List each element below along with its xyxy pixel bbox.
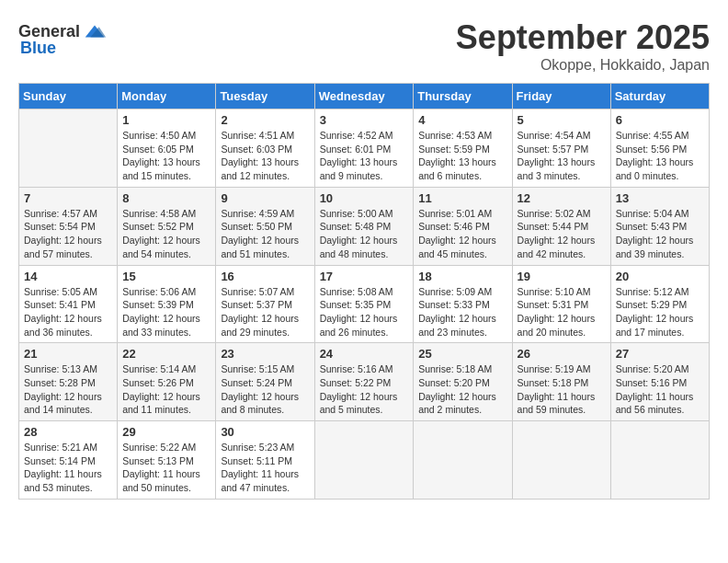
day-info: Sunrise: 5:18 AMSunset: 5:20 PMDaylight:…	[418, 362, 506, 417]
calendar-table: SundayMondayTuesdayWednesdayThursdayFrid…	[18, 83, 710, 500]
calendar-cell: 13Sunrise: 5:04 AMSunset: 5:43 PMDayligh…	[610, 187, 709, 265]
day-number: 16	[221, 270, 309, 283]
calendar-cell: 6Sunrise: 4:55 AMSunset: 5:56 PMDaylight…	[610, 109, 709, 188]
calendar-cell	[512, 421, 610, 500]
calendar-cell: 12Sunrise: 5:02 AMSunset: 5:44 PMDayligh…	[512, 187, 610, 265]
day-number: 23	[221, 347, 309, 361]
calendar-cell: 7Sunrise: 4:57 AMSunset: 5:54 PMDaylight…	[19, 187, 118, 265]
calendar-cell: 22Sunrise: 5:14 AMSunset: 5:26 PMDayligh…	[118, 343, 216, 421]
day-info: Sunrise: 4:55 AMSunset: 5:56 PMDaylight:…	[616, 129, 704, 183]
calendar-cell: 5Sunrise: 4:54 AMSunset: 5:57 PMDaylight…	[512, 109, 610, 188]
calendar-week-row: 7Sunrise: 4:57 AMSunset: 5:54 PMDaylight…	[19, 187, 710, 265]
day-info: Sunrise: 5:22 AMSunset: 5:13 PMDaylight:…	[122, 441, 210, 495]
calendar-cell: 4Sunrise: 4:53 AMSunset: 5:59 PMDaylight…	[414, 109, 512, 188]
day-number: 7	[24, 191, 112, 205]
page-header: General Blue September 2025 Okoppe, Hokk…	[18, 18, 710, 74]
calendar-cell: 8Sunrise: 4:58 AMSunset: 5:52 PMDaylight…	[118, 187, 216, 265]
day-info: Sunrise: 5:15 AMSunset: 5:24 PMDaylight:…	[221, 362, 309, 417]
day-number: 17	[320, 270, 409, 283]
day-number: 28	[24, 425, 112, 439]
day-number: 12	[518, 191, 606, 205]
day-number: 25	[418, 347, 506, 361]
day-info: Sunrise: 4:54 AMSunset: 5:57 PMDaylight:…	[518, 129, 606, 183]
calendar-cell	[314, 421, 414, 500]
calendar-cell: 18Sunrise: 5:09 AMSunset: 5:33 PMDayligh…	[414, 265, 512, 343]
day-number: 27	[616, 347, 704, 361]
calendar-week-row: 21Sunrise: 5:13 AMSunset: 5:28 PMDayligh…	[19, 343, 710, 421]
column-header-monday: Monday	[118, 84, 216, 109]
calendar-cell: 11Sunrise: 5:01 AMSunset: 5:46 PMDayligh…	[414, 187, 512, 265]
column-header-tuesday: Tuesday	[216, 84, 314, 109]
day-number: 4	[418, 113, 506, 127]
day-info: Sunrise: 4:57 AMSunset: 5:54 PMDaylight:…	[24, 207, 112, 261]
day-info: Sunrise: 5:09 AMSunset: 5:33 PMDaylight:…	[418, 285, 506, 339]
day-number: 10	[320, 191, 409, 205]
day-info: Sunrise: 4:59 AMSunset: 5:50 PMDaylight:…	[221, 207, 309, 261]
calendar-cell: 3Sunrise: 4:52 AMSunset: 6:01 PMDaylight…	[314, 109, 414, 188]
calendar-cell: 9Sunrise: 4:59 AMSunset: 5:50 PMDaylight…	[216, 187, 314, 265]
day-info: Sunrise: 5:23 AMSunset: 5:11 PMDaylight:…	[221, 441, 309, 495]
day-number: 14	[24, 270, 112, 283]
title-section: September 2025 Okoppe, Hokkaido, Japan	[456, 18, 710, 74]
column-header-friday: Friday	[512, 84, 610, 109]
day-info: Sunrise: 4:52 AMSunset: 6:01 PMDaylight:…	[320, 129, 409, 183]
day-number: 20	[616, 270, 704, 283]
calendar-cell: 21Sunrise: 5:13 AMSunset: 5:28 PMDayligh…	[19, 343, 118, 421]
calendar-cell: 24Sunrise: 5:16 AMSunset: 5:22 PMDayligh…	[314, 343, 414, 421]
calendar-cell: 26Sunrise: 5:19 AMSunset: 5:18 PMDayligh…	[512, 343, 610, 421]
day-number: 30	[221, 425, 309, 439]
day-info: Sunrise: 5:21 AMSunset: 5:14 PMDaylight:…	[24, 441, 112, 495]
calendar-cell: 1Sunrise: 4:50 AMSunset: 6:05 PMDaylight…	[118, 109, 216, 188]
column-header-thursday: Thursday	[414, 84, 512, 109]
day-info: Sunrise: 5:04 AMSunset: 5:43 PMDaylight:…	[616, 207, 704, 261]
logo-icon	[82, 18, 108, 44]
calendar-cell: 2Sunrise: 4:51 AMSunset: 6:03 PMDaylight…	[216, 109, 314, 188]
calendar-week-row: 14Sunrise: 5:05 AMSunset: 5:41 PMDayligh…	[19, 265, 710, 343]
calendar-cell: 27Sunrise: 5:20 AMSunset: 5:16 PMDayligh…	[610, 343, 709, 421]
day-number: 8	[122, 191, 210, 205]
calendar-cell: 25Sunrise: 5:18 AMSunset: 5:20 PMDayligh…	[414, 343, 512, 421]
day-number: 5	[518, 113, 606, 127]
day-info: Sunrise: 5:14 AMSunset: 5:26 PMDaylight:…	[122, 362, 210, 417]
calendar-cell: 15Sunrise: 5:06 AMSunset: 5:39 PMDayligh…	[118, 265, 216, 343]
calendar-cell	[19, 109, 118, 188]
logo-blue-text: Blue	[20, 39, 56, 58]
location-subtitle: Okoppe, Hokkaido, Japan	[456, 57, 710, 74]
day-info: Sunrise: 5:02 AMSunset: 5:44 PMDaylight:…	[518, 207, 606, 261]
calendar-cell: 23Sunrise: 5:15 AMSunset: 5:24 PMDayligh…	[216, 343, 314, 421]
day-info: Sunrise: 5:19 AMSunset: 5:18 PMDaylight:…	[518, 362, 606, 417]
day-number: 26	[518, 347, 606, 361]
column-header-sunday: Sunday	[19, 84, 118, 109]
day-info: Sunrise: 5:07 AMSunset: 5:37 PMDaylight:…	[221, 285, 309, 339]
day-number: 13	[616, 191, 704, 205]
logo: General Blue	[18, 18, 108, 58]
day-number: 18	[418, 270, 506, 283]
calendar-cell: 14Sunrise: 5:05 AMSunset: 5:41 PMDayligh…	[19, 265, 118, 343]
day-info: Sunrise: 4:51 AMSunset: 6:03 PMDaylight:…	[221, 129, 309, 183]
day-number: 29	[122, 425, 210, 439]
calendar-cell: 29Sunrise: 5:22 AMSunset: 5:13 PMDayligh…	[118, 421, 216, 500]
day-info: Sunrise: 5:01 AMSunset: 5:46 PMDaylight:…	[418, 207, 506, 261]
day-number: 3	[320, 113, 409, 127]
column-header-saturday: Saturday	[610, 84, 709, 109]
day-number: 21	[24, 347, 112, 361]
day-number: 15	[122, 270, 210, 283]
month-year-title: September 2025	[456, 18, 710, 57]
day-info: Sunrise: 5:13 AMSunset: 5:28 PMDaylight:…	[24, 362, 112, 417]
day-info: Sunrise: 5:05 AMSunset: 5:41 PMDaylight:…	[24, 285, 112, 339]
day-info: Sunrise: 5:00 AMSunset: 5:48 PMDaylight:…	[320, 207, 409, 261]
calendar-cell	[610, 421, 709, 500]
calendar-cell: 20Sunrise: 5:12 AMSunset: 5:29 PMDayligh…	[610, 265, 709, 343]
calendar-cell	[414, 421, 512, 500]
day-info: Sunrise: 5:20 AMSunset: 5:16 PMDaylight:…	[616, 362, 704, 417]
day-info: Sunrise: 5:10 AMSunset: 5:31 PMDaylight:…	[518, 285, 606, 339]
day-number: 19	[518, 270, 606, 283]
calendar-cell: 28Sunrise: 5:21 AMSunset: 5:14 PMDayligh…	[19, 421, 118, 500]
calendar-cell: 19Sunrise: 5:10 AMSunset: 5:31 PMDayligh…	[512, 265, 610, 343]
day-info: Sunrise: 4:50 AMSunset: 6:05 PMDaylight:…	[122, 129, 210, 183]
day-info: Sunrise: 5:06 AMSunset: 5:39 PMDaylight:…	[122, 285, 210, 339]
day-number: 22	[122, 347, 210, 361]
calendar-cell: 10Sunrise: 5:00 AMSunset: 5:48 PMDayligh…	[314, 187, 414, 265]
calendar-week-row: 1Sunrise: 4:50 AMSunset: 6:05 PMDaylight…	[19, 109, 710, 188]
day-number: 24	[320, 347, 409, 361]
